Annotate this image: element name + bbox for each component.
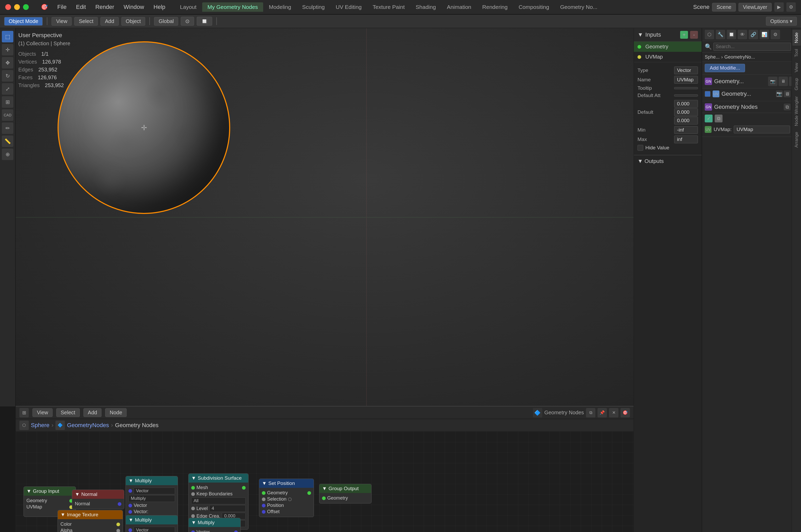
proportional-edit-btn[interactable]: ⊙ xyxy=(181,17,194,26)
multiply1-collapse-icon[interactable]: ▼ xyxy=(129,478,133,483)
blender-menu-icon[interactable]: 🎯 xyxy=(37,2,52,12)
multiply2-node[interactable]: ▼ Multiply Vector Multiply Vector Vector… xyxy=(126,515,178,532)
default-att-value[interactable] xyxy=(674,94,698,96)
annotate-tool[interactable]: ✏ xyxy=(2,122,13,134)
tab-modeling[interactable]: Modeling xyxy=(264,2,297,12)
multiply2-collapse-icon[interactable]: ▼ xyxy=(129,517,133,523)
node-select-menu[interactable]: Select xyxy=(56,408,80,417)
uvmap-cam-icon[interactable]: 📷 xyxy=(776,91,783,97)
default-val2[interactable]: 0.000 xyxy=(674,108,698,116)
pin-icon[interactable]: 📌 xyxy=(597,408,607,417)
measure-tool[interactable]: 📏 xyxy=(2,135,13,147)
transform-tool[interactable]: ⊞ xyxy=(2,96,13,108)
close-window-button[interactable] xyxy=(5,4,11,10)
default-val3[interactable]: 0.000 xyxy=(674,117,698,125)
modifier-render-icon[interactable]: 🖥 xyxy=(779,77,788,86)
uvmap-row-value[interactable]: UVMap xyxy=(734,126,790,133)
default-val1[interactable]: 0.000 xyxy=(674,100,698,108)
view-layer-selector[interactable]: ViewLayer xyxy=(739,3,772,12)
tab-rendering[interactable]: Rendering xyxy=(477,2,513,12)
image-texture-node[interactable]: ▼ Image Texture Color Alpha Linear Exten… xyxy=(58,510,123,532)
snapping-icon[interactable]: 🎯 xyxy=(621,408,630,417)
tab-sculpting[interactable]: Sculpting xyxy=(297,2,330,12)
node-editor-icon[interactable]: ⊞ xyxy=(19,408,29,417)
geometry-input-item[interactable]: Geometry xyxy=(634,42,702,52)
node-view-menu[interactable]: View xyxy=(33,408,53,417)
modifier-cam-icon[interactable]: 📷 xyxy=(768,77,778,86)
tab-uv-editing[interactable]: UV Editing xyxy=(330,2,367,12)
m3-type-socket[interactable] xyxy=(191,530,195,532)
hide-value-checkbox[interactable] xyxy=(637,145,643,151)
help-menu[interactable]: Help xyxy=(149,2,170,12)
subdiv-mesh-in-socket[interactable] xyxy=(191,486,195,490)
image-texture-collapse-icon[interactable]: ▼ xyxy=(60,512,65,518)
sphere-object[interactable]: ✛ xyxy=(58,41,230,214)
sp-offset-socket[interactable] xyxy=(262,510,266,514)
type-value[interactable]: Vector xyxy=(674,66,698,74)
tab-tool[interactable]: Tool xyxy=(793,46,801,60)
uvmap-type-icon[interactable]: UV xyxy=(712,91,719,97)
rnp-icon3[interactable]: 🔲 xyxy=(727,30,736,39)
options-btn[interactable]: Options ▾ xyxy=(766,17,797,26)
transform-selector[interactable]: Global xyxy=(154,17,178,26)
tab-texture-paint[interactable]: Texture Paint xyxy=(367,2,410,12)
group-input-collapse-icon[interactable]: ▼ xyxy=(26,488,32,494)
uvmap-input-item[interactable]: UVMap xyxy=(634,52,702,62)
copy-apply-icon[interactable]: ⧉ xyxy=(715,115,723,122)
go-geometry-socket[interactable] xyxy=(322,496,326,500)
m3-out-socket[interactable] xyxy=(234,530,238,532)
rnp-icon6[interactable]: 📊 xyxy=(760,30,769,39)
min-value[interactable]: -inf xyxy=(674,126,698,134)
select-tool[interactable]: ⬚ xyxy=(2,31,13,42)
minimize-window-button[interactable] xyxy=(14,4,20,10)
remove-input-btn[interactable]: - xyxy=(690,31,698,39)
view-menu-btn[interactable]: View xyxy=(52,17,72,26)
node-editor-canvas[interactable]: ▼ Group Input Geometry UVMap ▼ Normal No… xyxy=(16,432,634,532)
gn-copy-icon[interactable]: ⧉ xyxy=(784,103,790,110)
edit-menu[interactable]: Edit xyxy=(72,2,90,12)
subdiv-level-socket[interactable] xyxy=(191,507,195,510)
group-output-collapse-icon[interactable]: ▼ xyxy=(322,486,327,492)
tab-node[interactable]: Node xyxy=(793,30,801,46)
uvmap-enabled-checkbox[interactable] xyxy=(705,91,710,97)
rnp-icon2[interactable]: 🔧 xyxy=(716,30,725,39)
subdiv-mesh-out-socket[interactable] xyxy=(242,486,246,490)
scale-tool[interactable]: ⤢ xyxy=(2,83,13,95)
cursor-tool[interactable]: ✛ xyxy=(2,44,13,55)
geometry-nodes-icon-breadcrumb[interactable]: 🔷 xyxy=(55,421,65,430)
tab-layout[interactable]: Layout xyxy=(175,2,202,12)
object-mode-selector[interactable]: Object Mode xyxy=(4,17,43,26)
m1-op-select[interactable]: Multiply xyxy=(129,495,175,502)
node-node-menu[interactable]: Node xyxy=(105,408,127,417)
snap-btn[interactable]: 🔲 xyxy=(197,17,212,26)
copy-icon[interactable]: ⧉ xyxy=(586,408,595,417)
group-output-node[interactable]: ▼ Group Output Geometry xyxy=(319,484,371,504)
add-input-btn[interactable]: + xyxy=(680,31,688,39)
max-value[interactable]: inf xyxy=(674,135,698,143)
multiply3-node[interactable]: ▼ Multiply Vector Vector Vector xyxy=(188,518,241,532)
breadcrumb-geometry-nodes[interactable]: GeometryNodes xyxy=(67,422,109,429)
object-menu-btn[interactable]: Object xyxy=(121,17,146,26)
uvmap-render-icon[interactable]: 🖥 xyxy=(784,91,790,97)
tab-geometry-nodes[interactable]: My Geometry Nodes xyxy=(202,2,263,12)
m2-type-select[interactable]: Vector xyxy=(134,527,175,532)
m1-vector2-socket[interactable] xyxy=(129,510,132,514)
settings-icon[interactable]: ⚙ xyxy=(786,2,796,12)
sp-diamond[interactable] xyxy=(288,497,292,501)
rnp-icon7[interactable]: ⚙ xyxy=(771,30,780,39)
subdiv-keep-socket[interactable] xyxy=(191,492,195,496)
apply-icon[interactable]: ✓ xyxy=(705,115,712,122)
tab-geometry-nodes-2[interactable]: Geometry No... xyxy=(555,2,603,12)
sp-selection-socket[interactable] xyxy=(262,497,266,501)
tab-group[interactable]: Group xyxy=(793,75,801,93)
cad-tool[interactable]: CAD xyxy=(2,109,13,121)
rotate-tool[interactable]: ↻ xyxy=(2,70,13,82)
render-icon[interactable]: ▶ xyxy=(774,2,784,12)
file-menu[interactable]: File xyxy=(53,2,71,12)
tab-compositing[interactable]: Compositing xyxy=(513,2,554,12)
node-editor-type-icon[interactable]: 🔷 xyxy=(533,408,542,417)
move-tool[interactable]: ✥ xyxy=(2,57,13,69)
rnp-search-input[interactable] xyxy=(713,43,791,51)
sp-geometry-in-socket[interactable] xyxy=(262,491,266,495)
add-menu-btn[interactable]: Add xyxy=(100,17,119,26)
